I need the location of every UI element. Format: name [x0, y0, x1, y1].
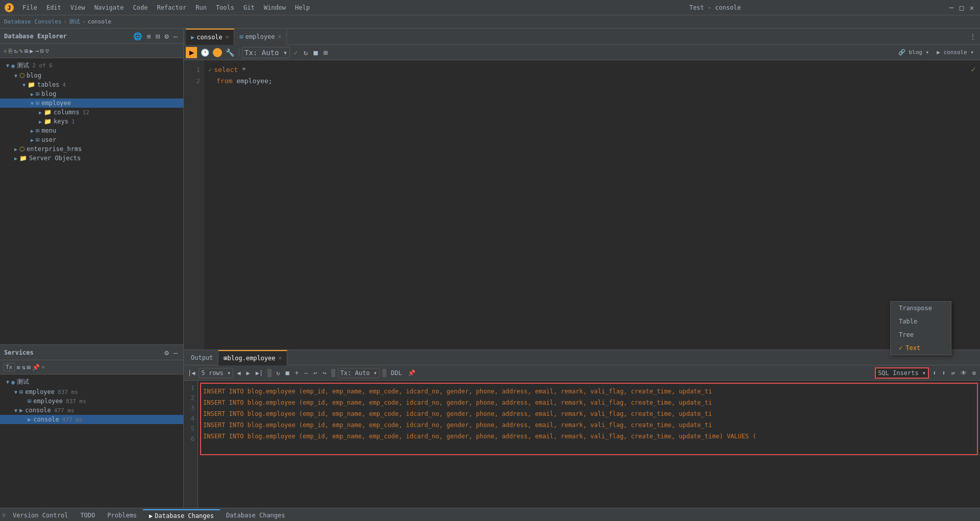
menu-code[interactable]: Code — [129, 3, 152, 12]
arrow-icon[interactable]: → — [35, 47, 38, 55]
menu-help[interactable]: Help — [291, 3, 314, 12]
filter-icon[interactable]: ▽ — [45, 47, 49, 55]
service-tree-employee-1[interactable]: ▼ ⊞ employee 837 ms — [0, 387, 183, 396]
expand-arrow[interactable]: ▼ — [4, 379, 11, 385]
expand-arrow[interactable]: ▶ — [37, 119, 44, 125]
commit-icon[interactable]: ↪ — [321, 368, 328, 378]
rows-badge[interactable]: 5 rows ▾ — [199, 368, 233, 378]
expand-arrow[interactable]: ▶ — [29, 128, 36, 134]
revert-icon[interactable]: ↩ — [311, 368, 319, 378]
expand-arrow[interactable]: ▼ — [20, 82, 28, 88]
sort-icon[interactable]: ⇅ — [21, 364, 25, 371]
grid-icon[interactable]: ⊞ — [24, 47, 28, 55]
expand-arrow[interactable]: ▶ — [29, 137, 36, 143]
breadcrumb-ceши[interactable]: 测试 — [69, 18, 80, 26]
export-icon[interactable]: ⬇ — [930, 368, 938, 378]
expand-arrow[interactable]: ▼ — [29, 101, 36, 106]
tree-item-ceши[interactable]: ▼ ◉ 测试 2 of 6 — [0, 60, 183, 71]
expand-arrow[interactable]: ▶ — [29, 91, 36, 97]
grid-view-icon[interactable]: ⊞ — [322, 47, 330, 58]
add-service-icon[interactable]: + — [41, 364, 45, 371]
copy-icon[interactable]: ⎘ — [9, 47, 12, 55]
service-tree-employee-2[interactable]: ⊞ employee 837 ms — [0, 396, 183, 406]
results-tab-output[interactable]: Output — [186, 350, 218, 365]
dropdown-tree[interactable]: Tree — [891, 328, 951, 341]
results-content[interactable]: INSERT INTO blog.employee (emp_id, emp_n… — [198, 381, 980, 508]
import-icon[interactable]: ⬆ — [940, 368, 947, 378]
services-collapse-icon[interactable]: — — [172, 348, 179, 357]
console-icon[interactable]: ▶ — [30, 47, 33, 55]
menu-tools[interactable]: Tools — [212, 3, 238, 12]
settings-results-icon[interactable]: ⚙ — [970, 368, 978, 378]
refresh-icon[interactable]: ↻ — [14, 47, 17, 55]
refresh-icon[interactable]: ↻ — [302, 47, 310, 58]
expand-arrow[interactable]: ▶ — [12, 156, 19, 161]
tree-item-user[interactable]: ▶ ⊞ user — [0, 135, 183, 144]
stop-results-icon[interactable]: ■ — [283, 368, 291, 378]
bottom-tab-services[interactable]: ▶ Database Changes — [143, 509, 220, 522]
expand-arrow[interactable]: ▶ — [37, 110, 44, 115]
edit-icon[interactable]: ✎ — [19, 47, 23, 55]
minimize-button[interactable]: ─ — [947, 4, 955, 12]
tab-console-close[interactable]: ✕ — [226, 34, 229, 40]
db-globe-icon[interactable]: 🌐 — [132, 32, 143, 41]
dropdown-text[interactable]: ✓ Text — [891, 341, 951, 355]
history-icon[interactable]: 🕐 — [199, 47, 211, 58]
list-icon[interactable]: ≡ — [16, 364, 20, 371]
tree-item-server-objects[interactable]: ▶ 📁 Server Objects — [0, 154, 183, 163]
bottom-tab-problems[interactable]: Problems — [101, 510, 143, 521]
db-settings-icon[interactable]: ⚙ — [163, 32, 170, 41]
breadcrumb-database-consoles[interactable]: Database Consoles — [4, 18, 62, 25]
db-list-icon[interactable]: ≡ — [145, 32, 152, 41]
results-tab-blog-employee[interactable]: ⊞ blog.employee ✕ — [218, 350, 287, 365]
menu-window[interactable]: Window — [260, 3, 290, 12]
service-tree-console-1[interactable]: ▼ ▶ console 477 ms — [0, 406, 183, 415]
menu-view[interactable]: View — [66, 3, 89, 12]
close-button[interactable]: ✕ — [968, 4, 976, 12]
pin-icon[interactable]: 📌 — [32, 364, 40, 371]
menu-run[interactable]: Run — [191, 3, 211, 12]
blog-target[interactable]: 🔗 blog ▾ — [896, 48, 931, 57]
code-area[interactable]: ✓ select * from employee; — [204, 60, 980, 350]
menu-file[interactable]: File — [18, 3, 41, 12]
service-tree-console-2[interactable]: ▶ console 477 ms — [0, 415, 183, 424]
group-icon[interactable]: ⊞ — [27, 364, 31, 371]
db-filter-icon[interactable]: ⊟ — [154, 32, 161, 41]
prev-page-icon[interactable]: ◀ — [235, 368, 242, 378]
tree-item-keys[interactable]: ▶ 📁 keys 1 — [0, 117, 183, 126]
menu-navigate[interactable]: Navigate — [90, 3, 128, 12]
first-page-icon[interactable]: |◀ — [186, 368, 197, 378]
bottom-tab-version-control[interactable]: Version Control — [7, 510, 74, 521]
service-tree-ceши[interactable]: ▼ ◉ 测试 — [0, 377, 183, 387]
maximize-button[interactable]: □ — [958, 4, 966, 12]
tree-item-tables[interactable]: ▼ 📁 tables 4 — [0, 80, 183, 89]
stop-icon[interactable]: ■ — [311, 47, 320, 58]
tab-employee[interactable]: ⊞ employee ✕ — [234, 29, 287, 45]
menu-git[interactable]: Git — [239, 3, 259, 12]
tab-console[interactable]: ▶ console ✕ — [186, 29, 234, 45]
add-icon[interactable]: + — [3, 47, 7, 55]
sql-inserts-button[interactable]: SQL Inserts ▾ — [875, 367, 929, 379]
console-target[interactable]: ▶ console ▾ — [935, 48, 976, 57]
pin-results-icon[interactable]: 📌 — [406, 368, 418, 378]
menu-edit[interactable]: Edit — [42, 3, 65, 12]
expand-arrow[interactable]: ▼ — [12, 73, 19, 79]
menu-refactor[interactable]: Refactor — [153, 3, 190, 12]
last-page-icon[interactable]: ▶| — [254, 368, 265, 378]
tree-item-columns[interactable]: ▶ 📁 columns 12 — [0, 108, 183, 117]
expand-arrow[interactable]: ▼ — [12, 389, 19, 395]
tree-item-menu[interactable]: ▶ ⊞ menu — [0, 126, 183, 135]
expand-arrow[interactable]: ▼ — [12, 408, 19, 413]
next-page-icon[interactable]: ▶ — [244, 368, 252, 378]
wrench-icon[interactable]: 🔧 — [224, 47, 236, 58]
expand-arrow[interactable]: ▶ — [12, 146, 19, 152]
tree-item-employee[interactable]: ▼ ⊞ employee — [0, 98, 183, 108]
tab-employee-close[interactable]: ✕ — [278, 33, 281, 40]
eye-icon[interactable]: 👁 — [959, 368, 969, 378]
screenshot-icon[interactable]: ⊡ — [40, 47, 44, 55]
add-row-icon[interactable]: + — [293, 368, 301, 378]
blog-employee-close[interactable]: ✕ — [279, 355, 282, 361]
check-mark-icon[interactable]: ✓ — [291, 47, 300, 58]
tx-auto-badge[interactable]: Tx: Auto ▾ — [242, 47, 290, 58]
results-tx-badge[interactable]: Tx: Auto ▾ — [338, 368, 380, 378]
